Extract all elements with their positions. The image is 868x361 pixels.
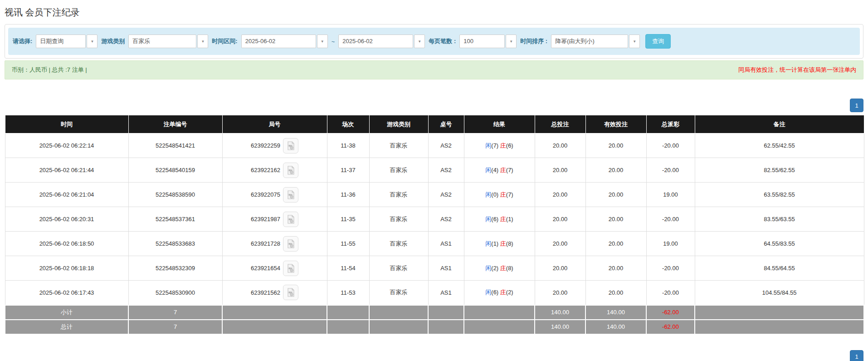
video-replay-button[interactable] (283, 138, 298, 153)
subtotal-payout: -62.00 (646, 305, 695, 320)
cell-round-id: 623922259 (222, 134, 327, 158)
cell-bet-id: 522548533683 (128, 232, 222, 256)
video-replay-button[interactable] (283, 261, 298, 276)
cell-valid-bet: 20.00 (585, 134, 646, 158)
chevron-down-icon[interactable]: ▼ (414, 35, 425, 48)
game-type-label: 游戏类别 (101, 37, 125, 45)
cell-total-bet[interactable]: 20.00 (535, 158, 585, 183)
video-replay-button[interactable] (283, 187, 298, 203)
cell-total-bet[interactable]: 20.00 (535, 232, 585, 256)
cell-remark: 64.55/83.55 (695, 232, 864, 256)
summary-bar: 币别：人民币 | 总共 :7 注单 | 同局有效投注，统一计算在该局第一张注单内 (5, 60, 863, 79)
video-replay-icon (286, 141, 295, 150)
cell-payout: 19.00 (646, 183, 695, 207)
cell-round-id: 623921654 (222, 256, 327, 281)
page-1-button[interactable]: 1 (850, 99, 863, 112)
currency-total-text: 币别：人民币 | 总共 :7 注单 | (12, 66, 87, 74)
cell-total-bet[interactable]: 20.00 (535, 256, 585, 281)
select-mode-label: 请选择: (13, 37, 32, 45)
chevron-down-icon[interactable]: ▼ (629, 35, 640, 48)
video-replay-icon (286, 288, 295, 297)
cell-payout: 19.00 (646, 232, 695, 256)
cell-time: 2025-06-02 06:18:18 (5, 256, 128, 281)
total-valid-bet: 140.00 (585, 320, 646, 334)
table-header-row: 时间 注单编号 局号 场次 游戏类别 桌号 结果 总投注 有效投注 总派彩 备注 (5, 115, 864, 134)
date-from-dropdown[interactable]: 2025-06-02 ▼ (241, 35, 328, 48)
game-type-dropdown[interactable]: 百家乐 ▼ (128, 35, 208, 48)
cell-round-id: 623921562 (222, 281, 327, 305)
page-size-dropdown[interactable]: 100 ▼ (459, 35, 517, 48)
header-remark: 备注 (695, 115, 864, 134)
cell-result: 闲(0) 庄(7) (464, 183, 535, 207)
cell-total-bet[interactable]: 20.00 (535, 134, 585, 158)
cell-valid-bet: 20.00 (585, 281, 646, 305)
sort-order-dropdown[interactable]: 降幂(由大到小) ▼ (551, 35, 640, 48)
video-replay-button[interactable] (283, 236, 298, 252)
cell-round-id: 623922162 (222, 158, 327, 183)
cell-bet-id: 522548538590 (128, 183, 222, 207)
page-1-button[interactable]: 1 (850, 350, 863, 361)
total-payout: -62.00 (646, 320, 695, 334)
cell-total-bet[interactable]: 20.00 (535, 281, 585, 305)
total-total-bet: 140.00 (535, 320, 585, 334)
cell-round-id: 623921987 (222, 207, 327, 232)
table-row: 2025-06-02 06:18:50 522548533683 6239217… (5, 232, 864, 256)
table-row: 2025-06-02 06:21:44 522548540159 6239221… (5, 158, 864, 183)
cell-round-id: 623921728 (222, 232, 327, 256)
video-replay-icon (286, 239, 295, 248)
cell-payout: -20.00 (646, 207, 695, 232)
same-round-notice: 同局有效投注，统一计算在该局第一张注单内 (738, 66, 856, 74)
chevron-down-icon[interactable]: ▼ (197, 35, 208, 48)
cell-table-no: AS2 (428, 134, 464, 158)
total-label: 总计 (5, 320, 128, 334)
cell-game-type: 百家乐 (369, 232, 428, 256)
cell-round-id: 623922075 (222, 183, 327, 207)
table-row: 2025-06-02 06:17:43 522548530900 6239215… (5, 281, 864, 305)
cell-remark: 84.55/64.55 (695, 256, 864, 281)
cell-bet-id: 522548537361 (128, 207, 222, 232)
date-to-dropdown[interactable]: 2025-06-02 ▼ (338, 35, 425, 48)
cell-payout: -20.00 (646, 256, 695, 281)
cell-payout: -20.00 (646, 281, 695, 305)
header-round-id: 局号 (222, 115, 327, 134)
cell-valid-bet: 20.00 (585, 158, 646, 183)
date-range-tilde: ~ (332, 38, 335, 45)
subtotal-label: 小计 (5, 305, 128, 320)
cell-bet-id: 522548530900 (128, 281, 222, 305)
video-replay-button[interactable] (283, 212, 298, 227)
video-replay-button[interactable] (283, 285, 298, 300)
page-size-label: 每页笔数 : (429, 37, 456, 45)
game-type-value: 百家乐 (128, 35, 196, 48)
cell-result: 闲(1) 庄(8) (464, 232, 535, 256)
sort-order-label: 时间排序 : (520, 37, 547, 45)
cell-session: 11-53 (327, 281, 369, 305)
header-valid-bet: 有效投注 (585, 115, 646, 134)
header-result: 结果 (464, 115, 535, 134)
page-title: 视讯 会员下注纪录 (5, 6, 868, 19)
header-table-no: 桌号 (428, 115, 464, 134)
cell-time: 2025-06-02 06:21:04 (5, 183, 128, 207)
video-replay-icon (286, 215, 295, 224)
chevron-down-icon[interactable]: ▼ (87, 35, 98, 48)
video-replay-icon (286, 190, 295, 199)
chevron-down-icon[interactable]: ▼ (506, 35, 517, 48)
cell-session: 11-54 (327, 256, 369, 281)
subtotal-total-bet: 140.00 (535, 305, 585, 320)
sort-order-value: 降幂(由大到小) (551, 35, 628, 48)
header-time: 时间 (5, 115, 128, 134)
cell-total-bet[interactable]: 20.00 (535, 183, 585, 207)
select-mode-dropdown[interactable]: 日期查询 ▼ (36, 35, 98, 48)
bet-records-table: 时间 注单编号 局号 场次 游戏类别 桌号 结果 总投注 有效投注 总派彩 备注… (5, 115, 864, 335)
cell-time: 2025-06-02 06:20:31 (5, 207, 128, 232)
total-count: 7 (128, 320, 222, 334)
cell-result: 闲(4) 庄(7) (464, 158, 535, 183)
video-replay-button[interactable] (283, 163, 298, 178)
query-button[interactable]: 查询 (645, 34, 671, 49)
cell-total-bet[interactable]: 20.00 (535, 207, 585, 232)
chevron-down-icon[interactable]: ▼ (317, 35, 328, 48)
cell-remark: 104.55/84.55 (695, 281, 864, 305)
table-row: 2025-06-02 06:21:04 522548538590 6239220… (5, 183, 864, 207)
cell-bet-id: 522548540159 (128, 158, 222, 183)
subtotal-count: 7 (128, 305, 222, 320)
table-row: 2025-06-02 06:22:14 522548541421 6239222… (5, 134, 864, 158)
